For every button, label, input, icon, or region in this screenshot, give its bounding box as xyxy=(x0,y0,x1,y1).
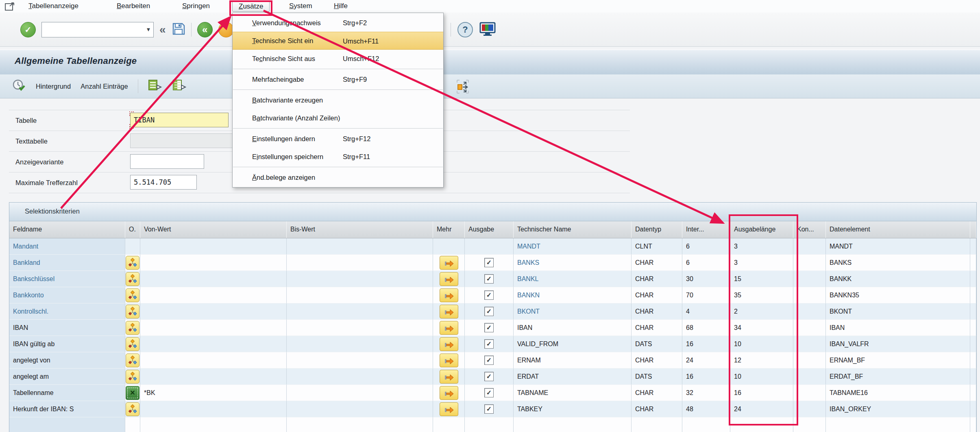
column-header-mehr[interactable]: Mehr xyxy=(433,221,465,238)
menu-bar-item-system[interactable]: System xyxy=(283,1,318,12)
column-header-technischername[interactable]: Technischer Name xyxy=(514,221,632,238)
multiple-selection-icon[interactable] xyxy=(126,272,139,286)
cell-feldname[interactable]: Bankschlüssel xyxy=(9,271,125,287)
more-selection-button[interactable] xyxy=(440,370,458,384)
multiple-selection-icon[interactable] xyxy=(126,370,139,384)
more-selection-button[interactable] xyxy=(440,288,458,302)
collapse-toolbar-icon[interactable]: « xyxy=(159,24,166,36)
cell-feldname[interactable]: Kontrollschl. xyxy=(9,303,125,320)
cell-technischer-name[interactable]: ERNAM xyxy=(514,352,632,369)
cell-technischer-name[interactable]: MANDT xyxy=(514,238,632,255)
menu-item-mehrfacheingabe[interactable]: MehrfacheingabeStrg+F9 xyxy=(233,70,443,88)
form-field-texttabelle[interactable] xyxy=(130,133,236,148)
back-button[interactable]: « xyxy=(197,22,213,37)
window-control-icon[interactable] xyxy=(5,2,15,13)
cell-feldname[interactable]: Herkunft der IBAN: S xyxy=(9,401,125,417)
column-header-biswert[interactable]: Bis-Wert xyxy=(287,221,433,238)
output-checkbox[interactable]: ✓ xyxy=(484,372,494,381)
menu-bar-item-zustze[interactable]: Zusätze xyxy=(232,1,270,12)
selection-criteria-tab[interactable]: Selektionskriterien xyxy=(9,203,976,221)
cell-von-wert[interactable] xyxy=(140,271,287,287)
cell-bis-wert[interactable] xyxy=(287,369,433,385)
menu-bar-item-springen[interactable]: Springen xyxy=(176,1,216,12)
cell-technischer-name[interactable]: BANKN xyxy=(514,287,632,303)
save-button[interactable] xyxy=(172,22,185,37)
column-header-inter[interactable]: Inter... xyxy=(682,221,730,238)
column-header-datentyp[interactable]: Datentyp xyxy=(632,221,682,238)
multiple-selection-icon[interactable] xyxy=(126,256,139,270)
column-header-vonwert[interactable]: Von-Wert xyxy=(140,221,287,238)
form-field-maximaletrefferzahl[interactable]: 5.514.705 xyxy=(130,175,197,190)
menu-item-technischesichtaus[interactable]: Technische Sicht ausUmsch+F12 xyxy=(233,50,443,68)
multiple-selection-icon[interactable] xyxy=(126,321,139,335)
column-header-ausgabelnge[interactable]: Ausgabelänge xyxy=(730,221,793,238)
list-export-icon[interactable] xyxy=(148,79,163,93)
multiple-selection-icon[interactable] xyxy=(126,305,139,319)
local-layout-button[interactable] xyxy=(479,22,496,37)
output-checkbox[interactable]: ✓ xyxy=(484,356,494,365)
cell-bis-wert[interactable] xyxy=(287,401,433,417)
cell-von-wert[interactable] xyxy=(140,320,287,336)
cell-von-wert[interactable] xyxy=(140,401,287,417)
cell-feldname[interactable]: IBAN gültig ab xyxy=(9,336,125,352)
form-field-tabelle[interactable]: TIBAN xyxy=(130,113,229,127)
cell-bis-wert[interactable] xyxy=(287,255,433,271)
output-checkbox[interactable]: ✓ xyxy=(484,388,494,397)
output-checkbox[interactable]: ✓ xyxy=(484,258,494,267)
cell-bis-wert[interactable] xyxy=(287,287,433,303)
distribute-icon[interactable] xyxy=(455,79,471,96)
multiple-selection-icon[interactable] xyxy=(126,288,139,302)
more-selection-button[interactable] xyxy=(440,386,458,400)
menu-item-ndbelegeanzeigen[interactable]: Änd.belege anzeigen xyxy=(233,168,443,186)
cell-technischer-name[interactable]: TABNAME xyxy=(514,385,632,401)
more-selection-button[interactable] xyxy=(440,272,458,286)
column-header-datenelement[interactable]: Datenelement xyxy=(826,221,970,238)
cell-technischer-name[interactable]: BANKS xyxy=(514,255,632,271)
menu-item-batchvarianteanzahlzeilen[interactable]: Batchvariante (Anzahl Zeilen) xyxy=(233,109,443,127)
menu-bar-item-tabellenanzeige[interactable]: Tabellenanzeige xyxy=(22,1,85,12)
cell-feldname[interactable]: angelegt von xyxy=(9,352,125,369)
menu-item-technischesichtein[interactable]: Technische Sicht einUmsch+F11 xyxy=(233,32,443,50)
menu-bar-item-hilfe[interactable]: Hilfe xyxy=(328,1,354,12)
cell-feldname[interactable]: Bankkonto xyxy=(9,287,125,303)
more-selection-button[interactable] xyxy=(440,353,458,367)
cell-von-wert[interactable] xyxy=(140,369,287,385)
cell-technischer-name[interactable]: BKONT xyxy=(514,303,632,320)
cell-bis-wert[interactable] xyxy=(287,271,433,287)
column-header-feldname[interactable]: Feldname xyxy=(9,221,125,238)
cell-bis-wert[interactable] xyxy=(287,352,433,369)
cell-feldname[interactable]: Tabellenname xyxy=(9,385,125,401)
output-checkbox[interactable]: ✓ xyxy=(484,339,494,349)
exclude-pattern-icon[interactable]: ✕ xyxy=(126,386,139,400)
cell-feldname[interactable]: Mandant xyxy=(9,238,125,255)
cell-technischer-name[interactable]: ERDAT xyxy=(514,369,632,385)
cell-technischer-name[interactable]: BANKL xyxy=(514,271,632,287)
output-checkbox[interactable]: ✓ xyxy=(484,404,494,414)
cell-von-wert[interactable] xyxy=(140,352,287,369)
cell-feldname[interactable]: Bankland xyxy=(9,255,125,271)
multiple-selection-icon[interactable] xyxy=(126,353,139,367)
more-selection-button[interactable] xyxy=(440,321,458,335)
cell-bis-wert[interactable] xyxy=(287,303,433,320)
cell-bis-wert[interactable] xyxy=(287,238,433,255)
cell-technischer-name[interactable]: IBAN xyxy=(514,320,632,336)
column-header-o[interactable]: O. xyxy=(125,221,140,238)
output-checkbox[interactable]: ✓ xyxy=(484,307,494,316)
cell-von-wert[interactable] xyxy=(140,238,287,255)
menu-item-batchvarianteerzeugen[interactable]: Batchvariante erzeugen xyxy=(233,91,443,109)
hintergrund-button[interactable]: Hintergrund xyxy=(36,83,71,90)
cell-von-wert[interactable] xyxy=(140,303,287,320)
output-checkbox[interactable]: ✓ xyxy=(484,323,494,332)
enter-button[interactable]: ✓ xyxy=(20,22,36,37)
menu-item-verwendungsnachweis[interactable]: VerwendungsnachweisStrg+F2 xyxy=(233,14,443,32)
menu-item-einstellungenspeichern[interactable]: Einstellungen speichernStrg+F11 xyxy=(233,148,443,166)
cell-bis-wert[interactable] xyxy=(287,336,433,352)
column-header-kon[interactable]: Kon... xyxy=(793,221,826,238)
multiple-selection-icon[interactable] xyxy=(126,402,139,416)
more-selection-button[interactable] xyxy=(440,402,458,416)
cell-von-wert[interactable] xyxy=(140,255,287,271)
cell-feldname[interactable]: IBAN xyxy=(9,320,125,336)
menu-item-einstellungenndern[interactable]: Einstellungen ändernStrg+F12 xyxy=(233,130,443,148)
cell-feldname[interactable]: angelegt am xyxy=(9,369,125,385)
cell-von-wert[interactable]: *BK xyxy=(140,385,287,401)
